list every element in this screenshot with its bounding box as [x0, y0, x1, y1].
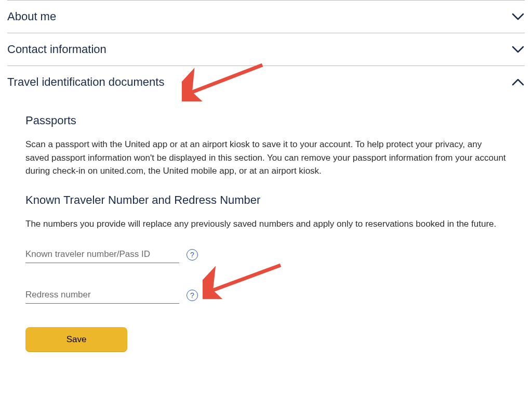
passports-heading: Passports: [25, 114, 507, 127]
known-traveler-number-input[interactable]: [25, 246, 179, 263]
accordion-title: About me: [7, 10, 56, 23]
redress-number-input[interactable]: [25, 287, 179, 304]
ktn-heading: Known Traveler Number and Redress Number: [25, 193, 507, 207]
chevron-up-icon: [511, 75, 525, 89]
ktn-description: The numbers you provide will replace any…: [25, 217, 507, 231]
accordion-header-travel-identification-documents[interactable]: Travel identification documents: [7, 66, 525, 98]
help-icon[interactable]: ?: [187, 290, 198, 301]
accordion-title: Travel identification documents: [7, 75, 164, 89]
accordion-header-contact-information[interactable]: Contact information: [7, 33, 525, 66]
accordion-title: Contact information: [7, 43, 107, 56]
accordion-content-travel-identification-documents: Passports Scan a passport with the Unite…: [7, 98, 525, 362]
save-button[interactable]: Save: [25, 327, 127, 352]
help-icon[interactable]: ?: [187, 249, 198, 261]
chevron-down-icon: [511, 43, 525, 56]
passports-description: Scan a passport with the United app or a…: [25, 138, 507, 178]
chevron-down-icon: [511, 10, 525, 23]
accordion-header-about-me[interactable]: About me: [7, 1, 525, 33]
